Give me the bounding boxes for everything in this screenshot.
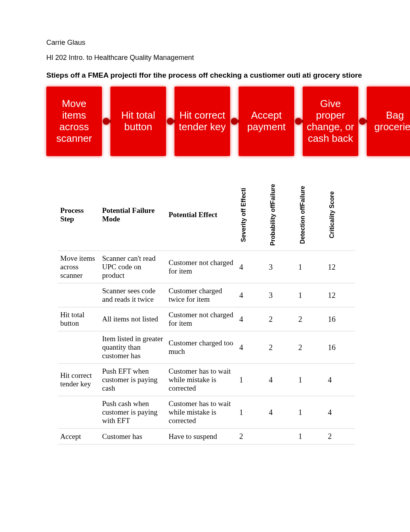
cell-severity: 4 [237, 283, 267, 307]
header-criticality: Criticality Score [325, 179, 355, 251]
fmea-table: Process Step Potential Failure Mode Pote… [58, 179, 355, 445]
cell-severity: 4 [237, 307, 267, 331]
cell-detection: 1 [296, 364, 326, 396]
flow-step-6: Bag groceries [367, 87, 410, 156]
cell-criticality: 4 [325, 396, 355, 428]
cell-mode: All items not listed [100, 307, 166, 331]
page-title: Stieps off a FMEA projecti ffor tihe pro… [46, 71, 375, 80]
cell-effect: Customer not charged for item [166, 251, 237, 283]
table-row: Accept Customer has Have to suspend 2 1 … [58, 428, 355, 444]
header-probability: Probability offFailure [266, 179, 296, 251]
cell-process: Accept [58, 428, 100, 444]
cell-mode: Push EFT when customer is paying cash [100, 364, 166, 396]
cell-criticality: 12 [325, 251, 355, 283]
process-flow: Move items across scanner Hit total butt… [46, 87, 375, 156]
cell-process [58, 331, 100, 364]
table-header-row: Process Step Potential Failure Mode Pote… [58, 179, 355, 251]
cell-mode: Item listed in greater quantity than cus… [100, 331, 166, 364]
cell-mode: Scanner sees code and reads it twice [100, 283, 166, 307]
flow-step-3: Hit correct tender key [175, 87, 230, 156]
cell-criticality: 4 [325, 364, 355, 396]
cell-process [58, 396, 100, 428]
cell-detection: 1 [296, 396, 326, 428]
cell-probability: 2 [266, 331, 296, 364]
cell-severity: 1 [237, 364, 267, 396]
table-row: Hit correct tender key Push EFT when cus… [58, 364, 355, 396]
table-row: Push cash when customer is paying with E… [58, 396, 355, 428]
cell-effect: Have to suspend [166, 428, 237, 444]
cell-probability: 4 [266, 396, 296, 428]
cell-severity: 4 [237, 331, 267, 364]
cell-severity: 4 [237, 251, 267, 283]
cell-mode: Push cash when customer is paying with E… [100, 396, 166, 428]
cell-criticality: 16 [325, 331, 355, 364]
table-row: Scanner sees code and reads it twice Cus… [58, 283, 355, 307]
cell-mode: Scanner can't read UPC code on product [100, 251, 166, 283]
cell-effect: Customer has to wait while mistake is co… [166, 396, 237, 428]
cell-effect: Customer has to wait while mistake is co… [166, 364, 237, 396]
flow-arrow-icon [167, 118, 174, 125]
flow-step-1: Move items across scanner [46, 87, 102, 156]
cell-probability: 3 [266, 251, 296, 283]
flow-step-5: Give proper change, or cash back [303, 87, 358, 156]
flow-step-2: Hit total button [110, 87, 166, 156]
cell-effect: Customer charged too much [166, 331, 237, 364]
header-mode: Potential Failure Mode [100, 179, 166, 251]
table-row: Hit total button All items not listed Cu… [58, 307, 355, 331]
header-effect: Potential Effect [166, 179, 237, 251]
cell-detection: 1 [296, 428, 326, 444]
table-row: Item listed in greater quantity than cus… [58, 331, 355, 364]
header-process: Process Step [58, 179, 100, 251]
cell-criticality: 16 [325, 307, 355, 331]
flow-arrow-icon [103, 118, 110, 125]
flow-arrow-icon [231, 118, 238, 125]
flow-arrow-icon [295, 118, 302, 125]
cell-effect: Customer not charged for item [166, 307, 237, 331]
cell-process: Hit correct tender key [58, 364, 100, 396]
cell-process [58, 283, 100, 307]
cell-probability [266, 428, 296, 444]
cell-criticality: 2 [325, 428, 355, 444]
cell-detection: 2 [296, 331, 326, 364]
cell-probability: 4 [266, 364, 296, 396]
cell-detection: 2 [296, 307, 326, 331]
flow-step-4: Accept payment [239, 87, 294, 156]
cell-detection: 1 [296, 283, 326, 307]
author-text: Carrie Glaus [46, 39, 375, 47]
cell-probability: 3 [266, 283, 296, 307]
cell-effect: Customer charged twice for item [166, 283, 237, 307]
header-detection: Detection offFailure [296, 179, 326, 251]
header-severity: Severity off Effecti [237, 179, 267, 251]
cell-mode: Customer has [100, 428, 166, 444]
cell-severity: 1 [237, 396, 267, 428]
cell-process: Move items across scanner [58, 251, 100, 283]
cell-process: Hit total button [58, 307, 100, 331]
course-text: HI 202 Intro. to Healthcare Quality Mana… [46, 54, 375, 62]
cell-severity: 2 [237, 428, 267, 444]
flow-arrow-icon [359, 118, 366, 125]
cell-detection: 1 [296, 251, 326, 283]
cell-probability: 2 [266, 307, 296, 331]
table-row: Move items across scanner Scanner can't … [58, 251, 355, 283]
cell-criticality: 12 [325, 283, 355, 307]
